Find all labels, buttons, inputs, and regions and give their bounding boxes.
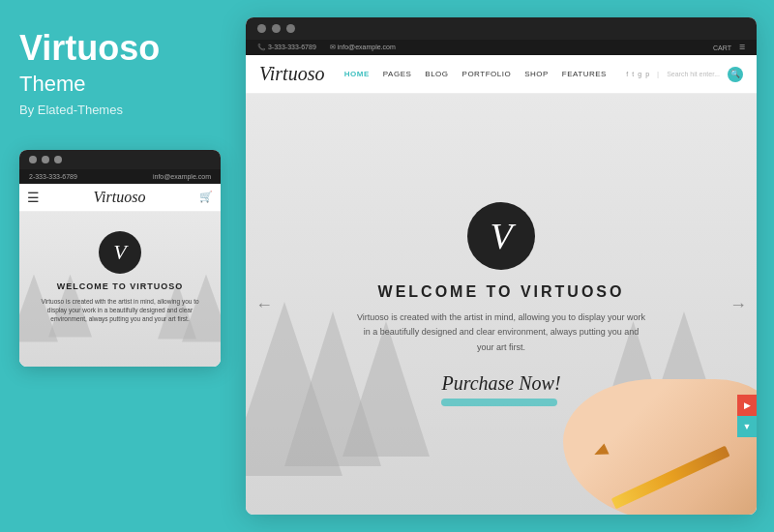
desktop-address-row: 📞 3-333-333-6789 ✉ info@example.com CART…	[246, 40, 757, 55]
desktop-cart[interactable]: CART	[713, 44, 731, 51]
desktop-nav-pages[interactable]: PAGES	[383, 70, 411, 78]
mobile-address-bar: 2-333-333-6789 info@example.com	[19, 169, 221, 184]
mobile-nav-bar: ☰ Virtuoso 🛒	[19, 184, 221, 212]
mobile-welcome-text: WELCOME TO VIRTUOSO	[57, 281, 183, 291]
desktop-logo-letter: V	[490, 215, 512, 257]
side-btn-red[interactable]: ▶	[737, 395, 757, 416]
desktop-dot-2	[272, 24, 281, 33]
arrow-left[interactable]: ←	[255, 294, 273, 314]
right-panel: 📞 3-333-333-6789 ✉ info@example.com CART…	[240, 0, 774, 532]
desktop-nav-links: HOME PAGES BLOG PORTFOLIO SHOP FEATURES	[344, 70, 607, 78]
social-icon-1[interactable]: f	[626, 71, 628, 77]
desktop-dot-1	[257, 24, 266, 33]
desktop-menu-icon[interactable]: ☰	[739, 44, 745, 51]
desktop-nav-portfolio[interactable]: PORTFOLIO	[462, 70, 512, 78]
social-icon-2[interactable]: t	[632, 71, 634, 77]
mobile-dot-1	[29, 156, 37, 163]
desktop-side-buttons: ▶ ▼	[737, 395, 757, 437]
mobile-email: info@example.com	[153, 173, 211, 180]
desktop-nav-shop[interactable]: SHOP	[524, 70, 549, 78]
desktop-welcome-text: WELCOME TO VIRTUOSO	[378, 283, 625, 301]
hand-pencil-illustration	[524, 360, 757, 515]
search-placeholder-text: Search hit enter...	[667, 71, 720, 77]
desktop-nav-home[interactable]: HOME	[344, 70, 370, 78]
desktop-logo-circle: V	[467, 202, 535, 270]
desktop-nav: Virtuoso HOME PAGES BLOG PORTFOLIO SHOP …	[246, 55, 757, 94]
desktop-address-right: CART ☰	[713, 44, 745, 51]
social-icon-3[interactable]: g	[638, 71, 641, 77]
mobile-preview: 2-333-333-6789 info@example.com ☰ Virtuo…	[19, 150, 221, 367]
desktop-nav-blog[interactable]: BLOG	[425, 70, 448, 78]
left-panel: Virtuoso Theme By Elated-Themes 2-333-33…	[0, 0, 240, 532]
mobile-dot-2	[42, 156, 49, 163]
desktop-address-left: 📞 3-333-333-6789 ✉ info@example.com	[257, 44, 396, 51]
mobile-phone: 2-333-333-6789	[29, 173, 77, 180]
product-author: By Elated-Themes	[19, 103, 123, 117]
desktop-main: ← V WELCOME TO VIRTUOSO Virtuoso is crea…	[246, 94, 757, 515]
desktop-top-bar	[246, 17, 757, 40]
mobile-cart-icon[interactable]: 🛒	[199, 191, 213, 203]
product-subtitle: Theme	[19, 72, 85, 97]
hamburger-icon[interactable]: ☰	[27, 190, 40, 205]
desktop-nav-logo: Virtuoso	[259, 63, 324, 85]
social-icon-4[interactable]: p	[645, 71, 649, 77]
mobile-logo-letter: V	[113, 240, 126, 265]
desktop-phone: 📞 3-333-333-6789	[257, 44, 316, 51]
product-title: Virtuoso	[19, 29, 160, 68]
desktop-preview: 📞 3-333-333-6789 ✉ info@example.com CART…	[246, 17, 757, 515]
mobile-description-text: Virtuoso is created with the artist in m…	[31, 297, 209, 323]
mobile-content: V WELCOME TO VIRTUOSO Virtuoso is create…	[19, 212, 221, 367]
mobile-dot-3	[54, 156, 62, 163]
desktop-nav-right: f t g p | Search hit enter... 🔍	[626, 67, 743, 82]
mobile-logo-circle: V	[99, 231, 141, 274]
hand-shape	[563, 379, 757, 515]
mobile-logo: Virtuoso	[94, 189, 146, 206]
desktop-dot-3	[286, 24, 295, 33]
search-button[interactable]: 🔍	[728, 67, 743, 82]
desktop-nav-features[interactable]: FEATURES	[562, 70, 607, 78]
side-btn-teal[interactable]: ▼	[737, 416, 757, 437]
desktop-email: ✉ info@example.com	[330, 44, 396, 51]
social-icons: f t g p	[626, 71, 649, 77]
arrow-right[interactable]: →	[729, 294, 747, 314]
mobile-top-bar	[19, 150, 221, 169]
desktop-desc-text: Virtuoso is created with the artist in m…	[356, 310, 646, 355]
